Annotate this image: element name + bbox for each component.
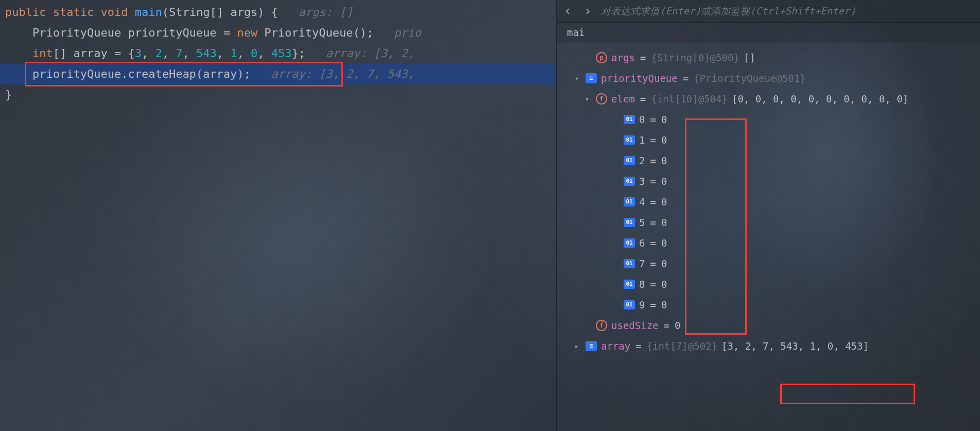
elem-index: 4: [639, 192, 645, 212]
elem-value: 0: [661, 171, 667, 192]
variables-tree: p args = {String[0]@500} [] ▾ ≡ priority…: [557, 43, 980, 360]
primitive-icon: 01: [624, 300, 635, 309]
decl-pq: PriorityQueue priorityQueue =: [32, 26, 237, 39]
elem-index: 0: [639, 109, 645, 130]
arr-v4: 1: [230, 47, 237, 60]
elem-value: 0: [661, 130, 667, 150]
var-args-type: {String[0]@500}: [651, 47, 740, 68]
code-line-4-current[interactable]: priorityQueue.createHeap(array); array: …: [0, 64, 556, 84]
elem-index: 3: [639, 171, 645, 192]
primitive-icon: 01: [624, 135, 635, 145]
evaluate-expression-input[interactable]: 对表达式求值(Enter)或添加监视(Ctrl+Shift+Enter): [601, 5, 975, 18]
var-elem-item[interactable]: 01 1 = 0: [557, 130, 980, 150]
call-createheap: priorityQueue.createHeap(array);: [32, 67, 251, 80]
back-button[interactable]: [562, 5, 574, 18]
var-elem-children: 01 0 = 001 1 = 001 2 = 001 3 = 001 4 = 0…: [557, 109, 980, 315]
elem-index: 2: [639, 150, 645, 171]
keyword-new: new: [237, 26, 257, 39]
var-elem-item[interactable]: 01 3 = 0: [557, 171, 980, 192]
elem-index: 5: [639, 212, 645, 233]
frame-tab-main[interactable]: mai: [557, 23, 595, 43]
param-icon: p: [596, 52, 607, 63]
keyword-int: int: [32, 47, 53, 60]
var-elem-item[interactable]: 01 8 = 0: [557, 274, 980, 295]
var-elem[interactable]: ▾ f elem = {int[10]@504} [0, 0, 0, 0, 0,…: [557, 89, 980, 109]
elem-value: 0: [661, 253, 667, 274]
brace-close: }: [5, 88, 12, 101]
arr-v3: 543: [196, 47, 217, 60]
method-main: main: [135, 6, 162, 19]
elem-index: 8: [639, 274, 645, 295]
arr-v0: 3: [135, 47, 142, 60]
keyword-public: public: [5, 6, 46, 19]
debug-toolbar: 对表达式求值(Enter)或添加监视(Ctrl+Shift+Enter): [557, 0, 980, 23]
array-icon: ≡: [586, 341, 597, 351]
code-line-2[interactable]: PriorityQueue priorityQueue = new Priori…: [0, 23, 556, 43]
object-icon: ≡: [586, 73, 597, 83]
elem-value: 0: [661, 109, 667, 130]
elem-index: 9: [639, 295, 645, 315]
primitive-icon: 01: [624, 280, 635, 289]
elem-value: 0: [661, 295, 667, 315]
params: (String[] args) {: [162, 6, 278, 19]
var-array-type: {int[7]@502}: [647, 336, 717, 356]
arr-open: [] array = {: [53, 47, 135, 60]
var-usedsize-name: usedSize: [611, 315, 659, 336]
elem-value: 0: [661, 212, 667, 233]
expand-toggle-array[interactable]: ▸: [572, 336, 581, 356]
primitive-icon: 01: [624, 238, 635, 248]
editor-pane[interactable]: public static void main(String[] args) {…: [0, 0, 556, 431]
inline-hint-array2: array: [3, 2, 7, 543,: [271, 67, 415, 80]
inline-hint-array: array: [3, 2,: [326, 47, 415, 60]
code-line-1[interactable]: public static void main(String[] args) {…: [0, 2, 556, 23]
primitive-icon: 01: [624, 115, 635, 124]
debug-pane: 对表达式求值(Enter)或添加监视(Ctrl+Shift+Enter) mai…: [556, 0, 980, 431]
var-elem-item[interactable]: 01 5 = 0: [557, 212, 980, 233]
keyword-void: void: [100, 6, 128, 19]
code-line-5[interactable]: }: [0, 84, 556, 105]
field-icon: f: [596, 320, 607, 331]
primitive-icon: 01: [624, 156, 635, 165]
var-array-name: array: [601, 336, 630, 356]
var-elem-type: {int[10]@504}: [651, 89, 728, 109]
inline-hint-pq: prio: [394, 26, 421, 39]
var-elem-item[interactable]: 01 7 = 0: [557, 253, 980, 274]
arr-v2: 7: [176, 47, 182, 60]
arr-v1: 2: [155, 47, 162, 60]
var-elem-name: elem: [611, 89, 635, 109]
code-line-3[interactable]: int[] array = {3, 2, 7, 543, 1, 0, 453};…: [0, 43, 556, 64]
arr-v5: 0: [251, 47, 257, 60]
primitive-icon: 01: [624, 218, 635, 227]
var-array[interactable]: ▸ ≡ array = {int[7]@502} [3, 2, 7, 543, …: [557, 336, 980, 356]
var-elem-item[interactable]: 01 4 = 0: [557, 192, 980, 212]
field-icon: f: [596, 93, 607, 105]
elem-value: 0: [661, 150, 667, 171]
elem-index: 7: [639, 253, 645, 274]
forward-button[interactable]: [581, 5, 594, 18]
inline-hint-args: args: []: [299, 6, 353, 19]
debug-frame-tabs: mai: [557, 23, 980, 43]
keyword-static: static: [53, 6, 94, 19]
var-usedsize[interactable]: f usedSize = 0: [557, 315, 980, 336]
var-elem-item[interactable]: 01 6 = 0: [557, 233, 980, 253]
var-args-val: []: [744, 47, 755, 68]
var-args-name: args: [611, 47, 635, 68]
expand-toggle-pq[interactable]: ▾: [572, 68, 581, 89]
var-elem-item[interactable]: 01 0 = 0: [557, 109, 980, 130]
elem-value: 0: [661, 274, 667, 295]
var-elem-val: [0, 0, 0, 0, 0, 0, 0, 0, 0, 0]: [732, 89, 908, 109]
primitive-icon: 01: [624, 259, 635, 268]
expand-toggle-elem[interactable]: ▾: [582, 89, 592, 109]
var-array-val: [3, 2, 7, 543, 1, 0, 453]: [721, 336, 869, 356]
var-priorityqueue[interactable]: ▾ ≡ priorityQueue = {PriorityQueue@501}: [557, 68, 980, 89]
var-pq-type: {PriorityQueue@501}: [694, 68, 805, 89]
primitive-icon: 01: [624, 177, 635, 186]
var-pq-name: priorityQueue: [601, 68, 678, 89]
var-elem-item[interactable]: 01 9 = 0: [557, 295, 980, 315]
ctor-pq: PriorityQueue();: [257, 26, 373, 39]
var-args[interactable]: p args = {String[0]@500} []: [557, 47, 980, 68]
elem-index: 6: [639, 233, 645, 253]
elem-value: 0: [661, 233, 667, 253]
var-elem-item[interactable]: 01 2 = 0: [557, 150, 980, 171]
arr-close: };: [291, 47, 305, 60]
